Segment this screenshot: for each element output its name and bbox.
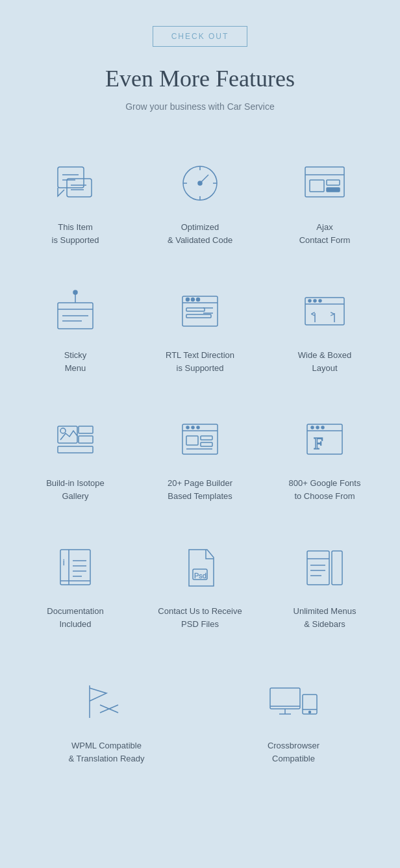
svg-rect-30: [186, 314, 211, 318]
svg-rect-72: [307, 551, 329, 585]
svg-point-36: [314, 300, 316, 302]
feature-docs: i Documentation Included: [13, 522, 138, 650]
feature-optimized-label: Optimized & Validated Code: [168, 221, 232, 246]
feature-psd-label: Contact Us to Receive PSD Files: [158, 605, 242, 630]
svg-point-37: [319, 300, 321, 302]
supported-icon: [49, 157, 101, 209]
svg-rect-17: [327, 188, 340, 192]
svg-point-12: [198, 181, 202, 185]
feature-rtl: RTL Text Direction is Supported: [138, 266, 262, 394]
svg-point-58: [311, 426, 314, 429]
svg-text:F: F: [314, 434, 323, 453]
pagebuilder-icon: [174, 413, 226, 465]
svg-text:Psd: Psd: [194, 572, 206, 580]
svg-point-35: [308, 300, 311, 302]
svg-rect-62: [60, 550, 90, 585]
svg-rect-54: [201, 442, 212, 446]
feature-fonts: F 800+ Google Fonts to Choose From: [262, 394, 387, 522]
wpml-icon: [81, 676, 132, 728]
feature-crossbrowser-label: Crossbrowser Compatible: [268, 739, 319, 765]
feature-pagebuilder: 20+ Page Builder Based Templates: [138, 394, 262, 522]
feature-isotope: Build-in Isotope Gallery: [13, 394, 138, 522]
feature-crossbrowser: Crossbrowser Compatible: [200, 656, 387, 784]
svg-rect-52: [186, 436, 198, 445]
svg-point-43: [60, 428, 66, 433]
svg-rect-46: [58, 446, 93, 453]
svg-rect-81: [270, 688, 300, 709]
feature-optimized: Optimized & Validated Code: [138, 138, 262, 266]
feature-docs-label: Documentation Included: [47, 605, 103, 630]
feature-wpml-label: WPML Compatible & Translation Ready: [68, 739, 144, 765]
svg-text:i: i: [63, 558, 65, 567]
feature-sticky-label: Sticky Menu: [64, 349, 87, 374]
checkout-button[interactable]: CHECK OUT: [153, 26, 248, 47]
svg-rect-15: [310, 180, 324, 192]
optimized-icon: [174, 157, 226, 209]
rtl-icon: [174, 285, 226, 337]
fonts-icon: F: [299, 413, 351, 465]
svg-point-51: [197, 426, 199, 429]
svg-point-26: [186, 298, 190, 301]
svg-rect-29: [186, 308, 205, 311]
feature-psd: Psd Contact Us to Receive PSD Files: [138, 522, 262, 650]
wide-icon: < >: [299, 285, 351, 337]
feature-sticky: Sticky Menu: [13, 266, 138, 394]
feature-isotope-label: Build-in Isotope Gallery: [46, 477, 105, 502]
svg-rect-44: [79, 426, 93, 433]
feature-wide: < > Wide & Boxed Layout: [262, 266, 387, 394]
feature-fonts-label: 800+ Google Fonts to Choose From: [289, 477, 361, 502]
docs-icon: i: [49, 541, 101, 593]
feature-pagebuilder-label: 20+ Page Builder Based Templates: [168, 477, 232, 502]
feature-wide-label: Wide & Boxed Layout: [298, 349, 351, 374]
ajax-icon: [299, 157, 351, 209]
svg-rect-13: [305, 167, 344, 197]
feature-wpml: WPML Compatible & Translation Ready: [13, 656, 200, 784]
sticky-icon: [49, 285, 101, 337]
feature-menus: Unlimited Menus & Sidebars: [262, 522, 387, 650]
feature-supported: This Item is Supported: [13, 138, 138, 266]
menus-icon: [299, 541, 351, 593]
svg-rect-16: [327, 180, 340, 185]
svg-point-87: [309, 711, 311, 713]
page-wrapper: CHECK OUT Even More Features Grow your b…: [0, 0, 400, 823]
svg-point-28: [197, 298, 200, 301]
feature-rtl-label: RTL Text Direction is Supported: [166, 349, 234, 374]
psd-icon: Psd: [174, 541, 226, 593]
svg-rect-53: [201, 436, 212, 440]
svg-text:<: <: [311, 311, 315, 318]
svg-point-60: [321, 426, 324, 429]
isotope-icon: [49, 413, 101, 465]
feature-ajax: Ajax Contact Form: [262, 138, 387, 266]
bottom-two-grid: WPML Compatible & Translation Ready Cro: [13, 656, 387, 784]
svg-point-59: [316, 426, 319, 429]
feature-ajax-label: Ajax Contact Form: [299, 221, 351, 246]
svg-rect-45: [79, 436, 93, 443]
svg-point-50: [192, 426, 194, 429]
page-subtitle: Grow your business with Car Service: [13, 101, 387, 112]
feature-menus-label: Unlimited Menus & Sidebars: [294, 605, 356, 630]
svg-rect-0: [58, 167, 84, 188]
svg-rect-73: [332, 551, 342, 585]
crossbrowser-icon: [268, 676, 319, 728]
svg-point-49: [186, 426, 189, 429]
svg-point-21: [73, 290, 77, 294]
svg-point-27: [192, 298, 195, 301]
feature-supported-label: This Item is Supported: [52, 221, 99, 246]
features-grid: This Item is Supported Optimized & Valid…: [13, 138, 387, 650]
page-title: Even More Features: [13, 65, 387, 92]
svg-text:>: >: [331, 311, 334, 318]
